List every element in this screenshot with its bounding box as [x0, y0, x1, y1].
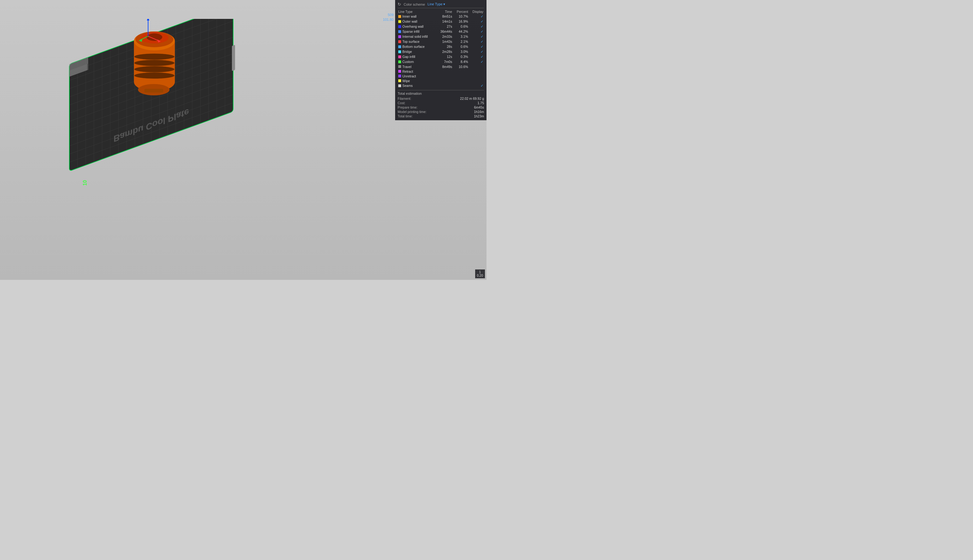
page-scale: 0.20: [477, 274, 483, 277]
total-time-row: Total time: 1h23m: [398, 114, 484, 118]
svg-point-66: [134, 66, 175, 72]
svg-point-64: [134, 53, 175, 60]
filament-row: Filament: 22.02 m 69.92 g: [398, 96, 484, 101]
prepare-time-label: Prepare time:: [398, 105, 435, 109]
svg-marker-69: [147, 19, 149, 20]
print-bed: Bambu Cool Plate: [38, 19, 258, 208]
prepare-time-value: 6m45s: [474, 105, 484, 109]
model-printing-time-value: 1h16m: [474, 110, 484, 113]
line-type-table: Line Type Time Percent Display Inner wal…: [398, 10, 484, 88]
total-estimation: Total estimation Filament: 22.02 m 69.92…: [398, 90, 484, 118]
filament-value: 22.02 m 69.92 g: [460, 97, 484, 100]
color-panel-header: ↻ Color scheme Line Type ▾: [398, 2, 484, 8]
col-display: Display: [469, 10, 484, 14]
line-type-row: Bridge2m28s3.0%✓: [398, 49, 484, 54]
col-time: Time: [436, 10, 453, 14]
scheme-label: Color scheme: [404, 3, 425, 6]
page-number: 1: [479, 270, 481, 274]
line-type-row: Seams✓: [398, 83, 484, 88]
line-type-row: Internal solid infill2m33s3.1%✓: [398, 34, 484, 39]
total-time-label: Total time:: [398, 114, 435, 118]
line-type-row: Gap infill12s0.3%✓: [398, 54, 484, 59]
svg-text:10: 10: [82, 180, 88, 186]
page-info: 1 0.20: [475, 270, 485, 278]
svg-rect-53: [232, 45, 235, 71]
total-time-value: 1h23m: [474, 114, 484, 118]
line-type-row: Retract: [398, 69, 484, 74]
line-type-row: Unretract: [398, 74, 484, 78]
filament-label: Filament:: [398, 97, 435, 100]
line-type-row: Custom7m0s8.4%✓: [398, 59, 484, 64]
line-type-row: Overhang wall27s0.6%✓: [398, 24, 484, 29]
line-type-row: Wipe: [398, 78, 484, 83]
coord-y: 101.80: [383, 17, 393, 22]
col-line-type: Line Type: [398, 10, 436, 14]
total-estimation-title: Total estimation: [398, 92, 484, 95]
svg-point-59: [147, 33, 162, 41]
svg-point-67: [134, 72, 175, 79]
cost-value: 1.75: [478, 101, 484, 105]
model-printing-time-label: Model printing time:: [398, 110, 435, 113]
line-type-row: Top surface1m43s2.1%✓: [398, 39, 484, 44]
line-type-row: Travel8m49s10.6%: [398, 64, 484, 69]
line-type-row: Sparse infill36m44s44.2%✓: [398, 29, 484, 34]
line-type-row: Inner wall8m51s10.7%✓: [398, 14, 484, 19]
refresh-icon: ↻: [398, 2, 401, 7]
cost-label: Cost:: [398, 101, 435, 105]
svg-rect-63: [144, 89, 163, 93]
scheme-value[interactable]: Line Type ▾: [428, 2, 446, 6]
col-percent: Percent: [453, 10, 469, 14]
coordinates: 509 101.80: [383, 13, 393, 22]
line-type-row: Outer wall14m1s16.9%✓: [398, 19, 484, 24]
model-printing-time-row: Model printing time: 1h16m: [398, 110, 484, 114]
cost-row: Cost: 1.75: [398, 101, 484, 105]
line-type-row: Bottom surface28s0.6%✓: [398, 44, 484, 49]
coord-x: 509: [383, 13, 393, 17]
prepare-time-row: Prepare time: 6m45s: [398, 105, 484, 110]
svg-point-65: [134, 60, 175, 66]
color-panel: ↻ Color scheme Line Type ▾ Line Type Tim…: [395, 0, 486, 120]
